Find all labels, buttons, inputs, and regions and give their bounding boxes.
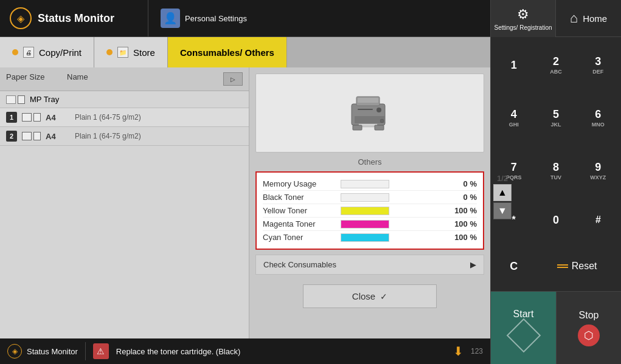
svg-rect-9 — [375, 125, 384, 130]
magenta-bar-fill — [341, 221, 389, 228]
start-button[interactable]: Start — [491, 292, 556, 364]
personal-settings-btn[interactable]: 👤 Personal Settings — [148, 0, 259, 36]
stop-button[interactable]: Stop ⬡ — [556, 292, 621, 364]
scroll-up-button[interactable]: ▲ — [493, 184, 512, 201]
home-icon: ⌂ — [570, 10, 578, 26]
consumables-row-black: Black Toner 0 % — [263, 191, 477, 204]
home-button[interactable]: ⌂ Home — [556, 0, 621, 36]
tray-stack-icon-2 — [22, 132, 32, 140]
personal-label: Personal Settings — [185, 14, 247, 23]
tray-page-icon — [18, 95, 25, 104]
key-9[interactable]: 9WXYZ — [578, 145, 619, 197]
tab-copy-label: Copy/Print — [39, 47, 82, 58]
app-title: Status Monitor — [38, 12, 114, 25]
tray-num-1: 1 — [6, 112, 17, 123]
status-logo: ◈ Status Monitor — [7, 344, 78, 359]
key-5[interactable]: 5JKL — [535, 92, 576, 144]
cyan-bar — [341, 233, 389, 242]
key-2[interactable]: 2ABC — [535, 39, 576, 91]
tray-size-2: A4 — [46, 132, 70, 141]
tab-bar: 🖨 Copy/Print 📁 Store Consumables/ Others — [0, 37, 490, 67]
stop-label: Stop — [579, 310, 599, 321]
key-1[interactable]: 1 — [493, 39, 534, 91]
black-value: 0 % — [446, 193, 477, 202]
main-area: 🖨 Copy/Print 📁 Store Consumables/ Others… — [0, 37, 490, 364]
tab-icon-copy: 🖨 — [23, 47, 34, 58]
consumables-row-memory: Memory Usage 0 % — [263, 177, 477, 191]
header-logo-area: ◈ Status Monitor — [0, 7, 148, 29]
personal-icon: 👤 — [161, 9, 180, 28]
consumables-row-magenta: Magenta Toner 100 % — [263, 218, 477, 231]
logo-icon: ◈ — [10, 7, 32, 29]
settings-registration-button[interactable]: ⚙ Settings/ Registration — [491, 0, 556, 37]
close-row: Close ✓ — [255, 280, 484, 313]
key-hash[interactable]: # — [578, 197, 619, 242]
tray-page-icon-1 — [33, 113, 41, 122]
memory-value: 0 % — [446, 179, 477, 188]
reset-button[interactable]: Reset — [535, 244, 619, 289]
yellow-bar-area — [341, 207, 442, 215]
home-label: Home — [583, 13, 607, 24]
cyan-label: Cyan Toner — [263, 233, 336, 242]
tray-row-2[interactable]: 2 A4 Plain 1 (64-75 g/m2) — [0, 127, 249, 146]
status-divider — [85, 342, 86, 360]
download-icon: ⬇ — [453, 344, 463, 359]
consumables-wrapper: Memory Usage 0 % Black Toner — [255, 171, 484, 250]
page-indicator: 1/2 — [497, 174, 508, 183]
tab-dot-copy — [12, 49, 18, 55]
start-diamond-icon — [506, 318, 541, 352]
action-row: Start Stop ⬡ — [491, 291, 621, 364]
magenta-bar-area — [341, 220, 442, 228]
tray-row-mp[interactable]: MP Tray — [0, 91, 249, 108]
black-label: Black Toner — [263, 193, 336, 202]
tab-copy-print[interactable]: 🖨 Copy/Print — [0, 37, 94, 67]
tab-consumables-label: Consumables/ Others — [180, 47, 274, 58]
reset-label: Reset — [572, 261, 597, 272]
magenta-value: 100 % — [446, 219, 477, 228]
tray-desc-2: Plain 1 (64-75 g/m2) — [75, 132, 141, 140]
tab-store[interactable]: 📁 Store — [94, 37, 168, 67]
tray-scroll-button[interactable]: ▷ — [223, 72, 243, 86]
tab-consumables[interactable]: Consumables/ Others — [168, 37, 287, 67]
tray-row-1[interactable]: 1 A4 Plain 1 (64-75 g/m2) — [0, 108, 249, 127]
tray-size-1: A4 — [46, 113, 70, 122]
check-consumables-label: Check Consumables — [263, 260, 336, 269]
memory-bar-area — [341, 180, 442, 188]
content-split: Paper Size Name ▷ MP Tray 1 A4 Plain 1 (… — [0, 67, 490, 364]
cyan-bar-fill — [341, 234, 389, 241]
consumables-row-yellow: Yellow Toner 100 % — [263, 204, 477, 218]
black-bar — [341, 193, 389, 202]
yellow-bar-fill — [341, 207, 389, 215]
magenta-bar — [341, 220, 389, 228]
yellow-label: Yellow Toner — [263, 206, 336, 215]
memory-label: Memory Usage — [263, 179, 336, 188]
key-8[interactable]: 8TUV — [535, 145, 576, 197]
key-6[interactable]: 6MNO — [578, 92, 619, 144]
tray-icons-mp — [6, 95, 25, 104]
tray-header: Paper Size Name ▷ — [0, 67, 249, 91]
settings-label: Settings/ Registration — [494, 24, 552, 31]
key-c[interactable]: C — [493, 244, 534, 289]
tab-icon-store: 📁 — [117, 47, 128, 58]
others-label: Others — [255, 157, 484, 167]
status-message: Replace the toner cartridge. (Black) — [116, 347, 446, 356]
key-3[interactable]: 3DEF — [578, 39, 619, 91]
key-4[interactable]: 4GHI — [493, 92, 534, 144]
black-bar-area — [341, 193, 442, 202]
close-label: Close — [352, 291, 375, 301]
check-consumables-button[interactable]: Check Consumables ▶ — [255, 255, 484, 275]
close-button[interactable]: Close ✓ — [303, 284, 437, 308]
svg-rect-2 — [358, 98, 378, 103]
scroll-down-button[interactable]: ▼ — [493, 202, 512, 219]
svg-point-6 — [376, 108, 381, 112]
magenta-label: Magenta Toner — [263, 219, 336, 228]
right-top-row: ⚙ Settings/ Registration ⌂ Home — [491, 0, 621, 37]
tab-store-label: Store — [133, 47, 155, 58]
status-app-label: Status Monitor — [27, 347, 78, 356]
key-0[interactable]: 0 — [535, 197, 576, 242]
svg-point-10 — [380, 119, 384, 123]
memory-bar — [341, 180, 389, 188]
reset-icon — [557, 264, 568, 268]
consumables-box: Memory Usage 0 % Black Toner — [255, 171, 484, 250]
svg-rect-8 — [353, 125, 362, 130]
